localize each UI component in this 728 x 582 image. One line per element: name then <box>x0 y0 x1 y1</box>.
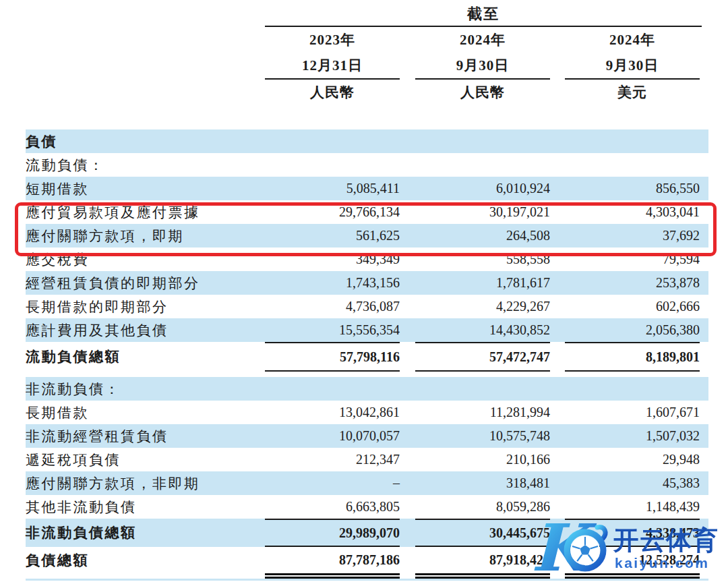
value-2024-rmb: 10,575,748 <box>415 424 550 448</box>
value-2023-rmb: 5,085,411 <box>265 177 400 200</box>
row-total-current-liabilities: 流動負債總額 57,798,116 57,472,747 8,189,801 <box>26 342 708 372</box>
col-gap <box>400 547 415 573</box>
col-gap <box>400 519 415 547</box>
col-gap <box>550 248 565 271</box>
value-2024-rmb: 1,781,617 <box>415 271 550 295</box>
col-gap <box>550 295 565 318</box>
row-label: 非流動負債： <box>26 377 265 401</box>
header-currency-rmb-2024: 人民幣 <box>415 80 550 105</box>
col-gap <box>400 129 415 153</box>
row-label: 遞延稅項負債 <box>26 448 265 471</box>
value-2024-rmb: 264,508 <box>415 224 550 248</box>
value-2023-rmb: – <box>265 471 400 495</box>
row-label: 非流動負債總額 <box>26 519 265 547</box>
row-other-non-current-liabilities: 其他非流動負債 6,663,805 8,059,286 1,148,439 <box>26 495 708 519</box>
row-tail <box>700 248 708 271</box>
value-2024-usd <box>565 153 700 177</box>
value-2024-rmb <box>415 377 550 401</box>
value-2024-rmb: 11,281,994 <box>415 401 550 424</box>
header-year-row: 2023年 2024年 2024年 <box>265 27 702 53</box>
value-2024-usd <box>565 377 700 401</box>
row-label: 應計費用及其他負債 <box>26 318 265 342</box>
col-gap <box>550 377 565 401</box>
col-gap <box>400 495 415 519</box>
col-gap <box>400 177 415 200</box>
header-date-2023: 12月31日 <box>265 53 400 80</box>
row-long-term-borrowings: 長期借款 13,042,861 11,281,994 1,607,671 <box>26 401 708 424</box>
col-gap <box>400 224 415 248</box>
col-gap <box>400 401 415 424</box>
row-taxes-payable: 應交稅費 349,349 558,558 79,594 <box>26 248 708 271</box>
row-tail <box>700 519 708 547</box>
value-2023-rmb: 349,349 <box>265 248 400 271</box>
col-gap <box>550 401 565 424</box>
row-tail <box>700 377 708 401</box>
row-label: 應付關聯方款項，非即期 <box>26 471 265 495</box>
value-2024-rmb: 210,166 <box>415 448 550 471</box>
col-gap <box>400 248 415 271</box>
row-tail <box>700 200 708 224</box>
header-year-2024-usd: 2024年 <box>565 27 700 53</box>
value-2024-rmb <box>415 129 550 153</box>
value-2023-rmb: 4,736,087 <box>265 295 400 318</box>
value-2024-usd: 8,189,801 <box>565 342 700 372</box>
col-gap <box>400 80 415 105</box>
value-2024-rmb: 6,010,924 <box>415 177 550 200</box>
value-2023-rmb: 212,347 <box>265 448 400 471</box>
col-gap <box>400 573 415 579</box>
col-gap <box>550 271 565 295</box>
row-label: 經營租賃負債的即期部分 <box>26 271 265 295</box>
col-gap <box>400 377 415 401</box>
value-2023-rmb: 561,625 <box>265 224 400 248</box>
col-gap <box>400 448 415 471</box>
row-tail <box>700 401 708 424</box>
col-gap <box>400 471 415 495</box>
value-2024-rmb: 558,558 <box>415 248 550 271</box>
row-label: 短期借款 <box>26 177 265 200</box>
value-2024-rmb: 8,059,286 <box>415 495 550 519</box>
row-label: 非流動經營租賃負債 <box>26 424 265 448</box>
col-gap <box>550 177 565 200</box>
col-gap <box>550 495 565 519</box>
row-tail <box>700 224 708 248</box>
value-2024-rmb: 30,445,675 <box>415 519 550 547</box>
value-2023-rmb: 15,556,354 <box>265 318 400 342</box>
value-2024-usd <box>565 129 700 153</box>
value-2023-rmb: 6,663,805 <box>265 495 400 519</box>
double-rule-segment <box>265 573 400 579</box>
col-gap <box>400 271 415 295</box>
row-label: 應交稅費 <box>26 248 265 271</box>
row-label: 其他非流動負債 <box>26 495 265 519</box>
value-2024-rmb: 57,472,747 <box>415 342 550 372</box>
row-due-to-related-parties-current: 應付關聯方款項，即期 561,625 264,508 37,692 <box>26 224 708 248</box>
col-gap <box>400 153 415 177</box>
col-gap <box>550 318 565 342</box>
row-due-to-related-parties-non-current: 應付關聯方款項，非即期 – 318,481 45,383 <box>26 471 708 495</box>
row-label: 長期借款 <box>26 401 265 424</box>
value-2023-rmb: 1,743,156 <box>265 271 400 295</box>
value-2023-rmb: 87,787,186 <box>265 547 400 573</box>
header-currency-row: 人民幣 人民幣 美元 <box>265 80 702 105</box>
col-gap <box>550 424 565 448</box>
col-gap <box>400 318 415 342</box>
row-label: 應付關聯方款項，即期 <box>26 224 265 248</box>
value-2023-rmb: 29,766,134 <box>265 200 400 224</box>
col-gap <box>550 224 565 248</box>
row-tail <box>700 153 708 177</box>
header-currency-rmb-2023: 人民幣 <box>265 80 400 105</box>
row-tail <box>700 448 708 471</box>
row-tail <box>700 295 708 318</box>
row-total-liabilities: 負債總額 87,787,186 87,918,422 12,528,274 <box>26 547 708 573</box>
bottom-partial-row-stripe <box>26 579 708 581</box>
value-2024-usd: 29,948 <box>565 448 700 471</box>
value-2024-usd: 45,383 <box>565 471 700 495</box>
header-year-2023: 2023年 <box>265 27 400 53</box>
value-2024-usd: 37,692 <box>565 224 700 248</box>
col-gap <box>550 342 565 372</box>
value-2024-usd: 12,528,274 <box>565 547 700 573</box>
col-gap <box>550 200 565 224</box>
row-tail <box>700 547 708 573</box>
row-label: 負債總額 <box>26 547 265 573</box>
row-tail <box>700 129 708 153</box>
row-tail <box>700 424 708 448</box>
